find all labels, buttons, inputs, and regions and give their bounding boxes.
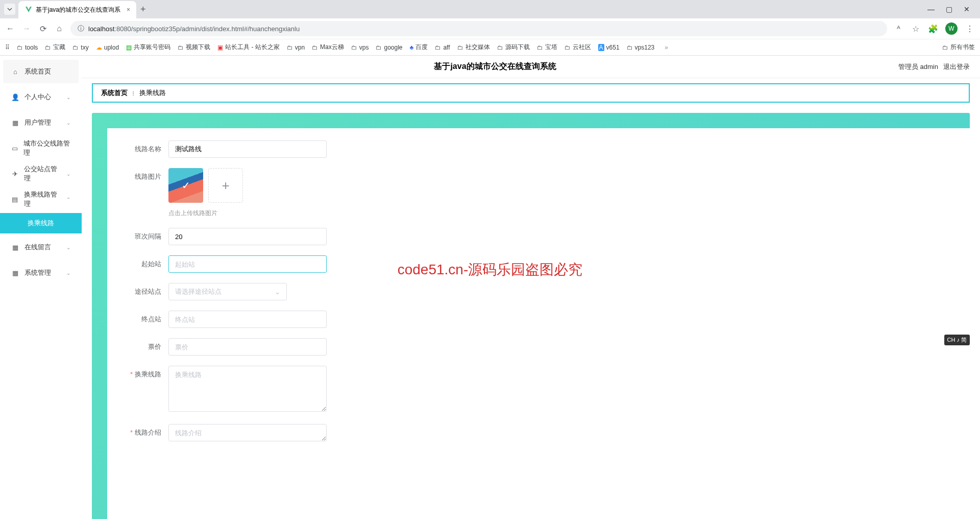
- address-bar: ← → ⟳ ⌂ ⓘ localhost:8080/springbootiz35p…: [0, 18, 980, 39]
- menu-dots-icon[interactable]: ⋮: [965, 24, 975, 34]
- bookmark-vps[interactable]: 🗀vps: [351, 44, 369, 51]
- watermark-warning-text: code51.cn-源码乐园盗图必究: [398, 260, 583, 279]
- sidebar-sub-transfer-route[interactable]: 换乘线路: [0, 213, 82, 233]
- profile-avatar[interactable]: W: [945, 22, 958, 35]
- bookmark-uplod[interactable]: ☁uplod: [96, 44, 119, 51]
- url-input[interactable]: ⓘ localhost:8080/springbootiz35p/admin/d…: [70, 21, 887, 36]
- bookmark-baota[interactable]: 🗀宝塔: [537, 43, 557, 52]
- chevron-down-icon: ⌄: [275, 288, 280, 296]
- sidebar-item-label: 城市公交线路管理: [23, 139, 70, 157]
- forward-icon[interactable]: →: [21, 24, 32, 33]
- sidebar-item-label: 换乘线路管理: [24, 190, 61, 208]
- all-bookmarks[interactable]: 🗀所有书签: [942, 43, 975, 52]
- interval-label: 班次间隔: [122, 228, 168, 241]
- vue-favicon-icon: [24, 6, 33, 14]
- main-content: 基于java的城市公交在线查询系统 管理员 admin 退出登录 系统首页 ⫶ …: [82, 56, 980, 519]
- bookmark-overflow-icon[interactable]: »: [665, 44, 668, 51]
- breadcrumb-current: 换乘线路: [139, 88, 166, 98]
- price-input[interactable]: [168, 338, 327, 356]
- bookmark-baozang[interactable]: 🗀宝藏: [45, 43, 65, 52]
- image-thumbnail[interactable]: ✓: [168, 168, 203, 203]
- url-path: :8080/springbootiz35p/admin/dist/index.h…: [114, 25, 300, 33]
- bookmark-star-icon[interactable]: ☆: [911, 24, 921, 34]
- bookmark-video-dl[interactable]: 🗀视频下载: [178, 43, 210, 52]
- sidebar-item-users[interactable]: ▦ 用户管理 ⌄: [3, 111, 79, 134]
- via-stations-select[interactable]: 请选择途径站点 ⌄: [168, 283, 287, 300]
- bookmark-max[interactable]: 🗀Max云梯: [312, 43, 344, 52]
- ime-indicator: CH ♪ 简: [944, 335, 970, 345]
- sidebar-item-label: 个人中心: [24, 92, 51, 102]
- sidebar: ⌂ 系统首页 👤 个人中心 ⌄ ▦ 用户管理 ⌄ ▭ 城市公交线路管理 ✈ 公交…: [0, 56, 82, 519]
- tab-bar: 基于java的城市公交在线查询系 × + — ▢ ✕: [0, 0, 980, 18]
- bookmark-vps123[interactable]: 🗀vps123: [627, 44, 655, 51]
- chevron-down-icon: [7, 7, 12, 12]
- grid-icon: ▦: [11, 119, 19, 127]
- bookmark-zhanzhang[interactable]: ▣站长工具 - 站长之家: [217, 43, 280, 52]
- close-window-icon[interactable]: ✕: [964, 5, 970, 13]
- page-title: 基于java的城市公交在线查询系统: [92, 61, 898, 72]
- route-image-label: 线路图片: [122, 168, 168, 181]
- sidebar-item-bus-routes[interactable]: ▭ 城市公交线路管理: [3, 136, 79, 160]
- back-icon[interactable]: ←: [5, 24, 15, 33]
- sidebar-item-label: 用户管理: [24, 118, 51, 127]
- home-nav-icon[interactable]: ⌂: [54, 24, 64, 33]
- bookmark-social[interactable]: 🗀社交媒体: [457, 43, 490, 52]
- transfer-route-textarea[interactable]: [168, 366, 327, 412]
- sidebar-item-label: 系统首页: [24, 67, 51, 76]
- route-name-label: 线路名称: [122, 140, 168, 154]
- current-user-label: 管理员 admin: [898, 62, 938, 72]
- sidebar-item-system[interactable]: ▦ 系统管理 ⌄: [3, 261, 79, 285]
- start-station-label: 起始站: [122, 255, 168, 269]
- sidebar-item-home[interactable]: ⌂ 系统首页: [3, 60, 79, 83]
- sidebar-item-label: 系统管理: [24, 268, 51, 277]
- chevron-down-icon: ⌄: [66, 95, 70, 100]
- minimize-icon[interactable]: —: [927, 5, 935, 13]
- via-stations-label: 途径站点: [122, 283, 168, 296]
- chevron-down-icon: ⌄: [66, 120, 70, 126]
- apps-grid-icon[interactable]: ⠿: [5, 44, 10, 51]
- browser-chrome: 基于java的城市公交在线查询系 × + — ▢ ✕ ← → ⟳ ⌂ ⓘ loc…: [0, 0, 980, 56]
- plus-icon: +: [222, 178, 229, 194]
- translate-icon[interactable]: ᴬ: [893, 24, 903, 34]
- tab-list-dropdown[interactable]: [4, 4, 15, 15]
- bookmark-google[interactable]: 🗀google: [376, 44, 402, 51]
- tab-title: 基于java的城市公交在线查询系: [36, 6, 120, 14]
- bookmark-tools[interactable]: 🗀tools: [17, 44, 38, 51]
- new-tab-button[interactable]: +: [140, 4, 146, 15]
- price-label: 票价: [122, 338, 168, 351]
- start-station-input[interactable]: [168, 255, 327, 273]
- route-intro-label: 线路介绍: [122, 424, 168, 437]
- end-station-input[interactable]: [168, 311, 327, 328]
- reload-icon[interactable]: ⟳: [38, 24, 48, 34]
- home-icon: ⌂: [11, 68, 19, 76]
- logout-button[interactable]: 退出登录: [943, 62, 970, 72]
- chevron-down-icon: ⌄: [66, 270, 70, 276]
- maximize-icon[interactable]: ▢: [946, 5, 952, 13]
- bookmark-shared-pwd[interactable]: ▤共享账号密码: [126, 43, 170, 52]
- route-name-input[interactable]: [168, 140, 327, 158]
- browser-tab[interactable]: 基于java的城市公交在线查询系 ×: [18, 1, 136, 18]
- bookmark-source-dl[interactable]: 🗀源码下载: [497, 43, 530, 52]
- bookmark-v651[interactable]: Av651: [598, 44, 620, 51]
- upload-add-button[interactable]: +: [208, 168, 243, 203]
- bookmark-cloud-comm[interactable]: 🗀云社区: [565, 43, 591, 52]
- site-info-icon[interactable]: ⓘ: [78, 24, 84, 33]
- content-wrapper: 线路名称 线路图片 ✓ +: [92, 113, 970, 519]
- bookmark-aff[interactable]: 🗀aff: [435, 44, 450, 51]
- chevron-down-icon: ⌄: [66, 245, 70, 250]
- sidebar-item-transfer[interactable]: ▤ 换乘线路管理 ⌃: [3, 187, 79, 211]
- sidebar-item-profile[interactable]: 👤 个人中心 ⌄: [3, 85, 79, 109]
- sidebar-item-stations[interactable]: ✈ 公交站点管理 ⌄: [3, 162, 79, 185]
- bookmark-baidu[interactable]: ♣百度: [410, 43, 428, 52]
- select-placeholder: 请选择途径站点: [175, 287, 222, 296]
- breadcrumb-separator-icon: ⫶: [132, 89, 135, 97]
- interval-input[interactable]: [168, 228, 327, 245]
- breadcrumb-home[interactable]: 系统首页: [101, 88, 128, 98]
- extensions-icon[interactable]: 🧩: [928, 24, 938, 34]
- user-icon: 👤: [11, 93, 19, 101]
- sidebar-item-messages[interactable]: ▦ 在线留言 ⌄: [3, 235, 79, 259]
- bookmark-vpn[interactable]: 🗀vpn: [287, 44, 305, 51]
- route-intro-textarea[interactable]: [168, 424, 327, 441]
- tab-close-icon[interactable]: ×: [120, 6, 130, 13]
- bookmark-txy[interactable]: 🗀txy: [72, 44, 88, 51]
